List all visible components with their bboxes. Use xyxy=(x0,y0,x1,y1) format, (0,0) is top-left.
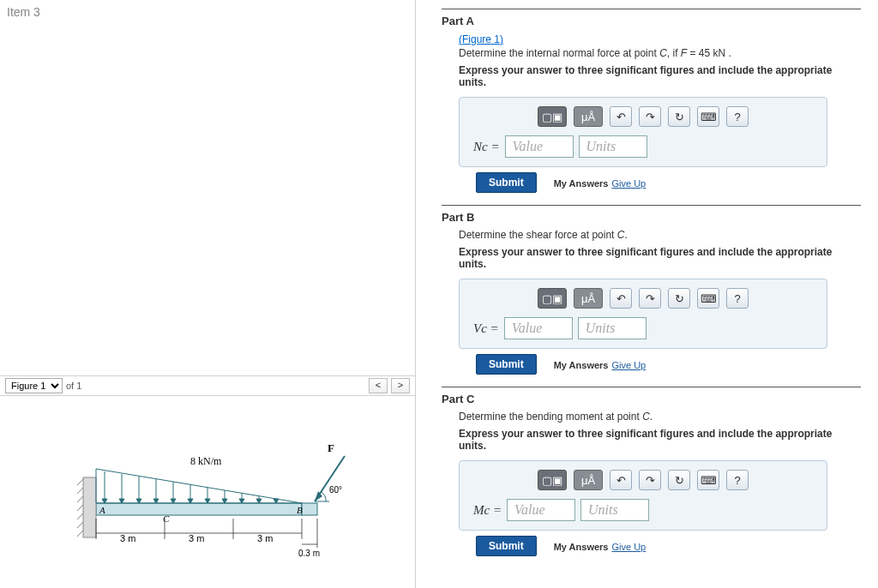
svg-marker-17 xyxy=(153,499,159,503)
reset-icon[interactable]: ↻ xyxy=(668,470,690,490)
give-up-link[interactable]: Give Up xyxy=(611,178,646,189)
figure-navigation-bar: Figure 1 of 1 < > xyxy=(0,375,415,396)
svg-marker-15 xyxy=(136,499,141,503)
part-c-value-input[interactable]: Value xyxy=(507,499,575,521)
keyboard-icon[interactable]: ⌨ xyxy=(697,288,719,309)
reset-icon[interactable]: ↻ xyxy=(668,288,690,309)
answer-toolbar: ▢▣ μÅ ↶ ↷ ↻ ⌨ ? xyxy=(473,106,813,127)
left-pane: Item 3 Figure 1 of 1 < > xyxy=(0,0,416,588)
redo-icon[interactable]: ↷ xyxy=(639,288,661,309)
part-b-units-input[interactable]: Units xyxy=(578,317,646,339)
svg-rect-1 xyxy=(83,477,96,537)
svg-text:3 m: 3 m xyxy=(189,533,204,543)
undo-icon[interactable]: ↶ xyxy=(610,106,632,127)
part-c-var: Mc = xyxy=(473,503,502,518)
part-a-submit-button[interactable]: Submit xyxy=(476,172,537,193)
my-answers-link[interactable]: My Answers xyxy=(554,542,609,552)
figure-prev-button[interactable]: < xyxy=(369,378,388,393)
svg-rect-0 xyxy=(96,503,302,515)
figure-of-text: of 1 xyxy=(66,381,81,391)
figure-1-link[interactable]: (Figure 1) xyxy=(459,33,503,45)
part-b-var: Vc = xyxy=(473,321,499,336)
svg-text:60°: 60° xyxy=(329,485,342,495)
svg-text:3 m: 3 m xyxy=(120,533,135,543)
svg-marker-11 xyxy=(102,499,107,503)
part-a-instruction: Express your answer to three significant… xyxy=(459,64,861,88)
help-icon[interactable]: ? xyxy=(726,288,749,309)
item-title: Item 3 xyxy=(0,0,415,24)
reset-icon[interactable]: ↻ xyxy=(668,106,690,127)
my-answers-link[interactable]: My Answers xyxy=(554,178,609,189)
svg-text:C: C xyxy=(163,513,170,524)
help-icon[interactable]: ? xyxy=(726,106,749,127)
part-b-submit-button[interactable]: Submit xyxy=(476,354,537,375)
keyboard-icon[interactable]: ⌨ xyxy=(697,106,719,127)
part-c-instruction: Express your answer to three significant… xyxy=(459,428,861,452)
templates-icon[interactable]: ▢▣ xyxy=(538,288,567,309)
svg-line-7 xyxy=(77,522,83,528)
svg-text:B: B xyxy=(297,505,303,515)
give-up-link[interactable]: Give Up xyxy=(611,360,646,370)
part-a: Part A (Figure 1) Determine the internal… xyxy=(442,9,861,193)
svg-marker-19 xyxy=(171,499,176,503)
svg-text:A: A xyxy=(99,505,105,515)
part-c-prompt: Determine the bending moment at point C. xyxy=(459,411,861,423)
svg-line-8 xyxy=(77,531,83,537)
my-answers-link[interactable]: My Answers xyxy=(554,360,609,370)
beam-diagram: 8 kN/m F 60° A C B xyxy=(0,396,415,588)
svg-line-5 xyxy=(77,505,83,511)
part-a-prompt: Determine the internal normal force at p… xyxy=(459,47,861,59)
part-a-answer-box: ▢▣ μÅ ↶ ↷ ↻ ⌨ ? Nc = Value Units xyxy=(459,97,827,167)
svg-marker-23 xyxy=(205,499,210,503)
part-a-var: Nc = xyxy=(473,140,500,154)
part-c-answer-box: ▢▣ μÅ ↶ ↷ ↻ ⌨ ? Mc = Value Units xyxy=(459,460,827,531)
part-b-prompt: Determine the shear force at point C. xyxy=(459,229,861,241)
symbols-button[interactable]: μÅ xyxy=(574,288,603,309)
redo-icon[interactable]: ↷ xyxy=(639,106,661,127)
part-b-value-input[interactable]: Value xyxy=(504,317,573,339)
svg-marker-25 xyxy=(222,499,227,503)
svg-text:0.3 m: 0.3 m xyxy=(298,549,320,558)
give-up-link[interactable]: Give Up xyxy=(611,542,646,552)
svg-text:8 kN/m: 8 kN/m xyxy=(190,455,222,467)
part-b-answer-box: ▢▣ μÅ ↶ ↷ ↻ ⌨ ? Vc = Value Units xyxy=(459,279,827,349)
help-icon[interactable]: ? xyxy=(726,470,749,490)
svg-marker-21 xyxy=(188,499,193,503)
part-c-header: Part C xyxy=(442,387,861,405)
svg-line-3 xyxy=(77,488,83,494)
keyboard-icon[interactable]: ⌨ xyxy=(697,470,719,490)
svg-marker-29 xyxy=(256,499,262,503)
svg-marker-13 xyxy=(119,499,124,503)
svg-marker-27 xyxy=(239,499,244,503)
templates-icon[interactable]: ▢▣ xyxy=(538,470,567,490)
part-b: Part B Determine the shear force at poin… xyxy=(442,205,861,375)
part-b-header: Part B xyxy=(442,205,861,224)
part-a-header: Part A xyxy=(442,9,861,27)
svg-text:3 m: 3 m xyxy=(257,533,273,543)
svg-line-6 xyxy=(77,513,83,519)
svg-rect-37 xyxy=(302,503,317,515)
symbols-button[interactable]: μÅ xyxy=(574,106,603,127)
svg-line-2 xyxy=(77,479,83,485)
svg-marker-9 xyxy=(96,469,302,503)
svg-text:F: F xyxy=(328,441,334,454)
figure-next-button[interactable]: > xyxy=(391,378,410,393)
part-c: Part C Determine the bending moment at p… xyxy=(442,387,861,556)
part-a-units-input[interactable]: Units xyxy=(579,135,647,158)
svg-line-4 xyxy=(77,496,83,502)
redo-icon[interactable]: ↷ xyxy=(639,470,661,490)
svg-marker-31 xyxy=(274,499,279,503)
part-a-value-input[interactable]: Value xyxy=(505,135,574,158)
figure-select[interactable]: Figure 1 xyxy=(5,378,63,393)
right-pane: Part A (Figure 1) Determine the internal… xyxy=(416,0,878,588)
templates-icon[interactable]: ▢▣ xyxy=(538,106,567,127)
undo-icon[interactable]: ↶ xyxy=(610,288,632,309)
undo-icon[interactable]: ↶ xyxy=(610,470,632,490)
part-b-instruction: Express your answer to three significant… xyxy=(459,246,861,270)
part-c-submit-button[interactable]: Submit xyxy=(476,536,537,556)
part-c-units-input[interactable]: Units xyxy=(580,499,649,521)
symbols-button[interactable]: μÅ xyxy=(574,470,603,490)
